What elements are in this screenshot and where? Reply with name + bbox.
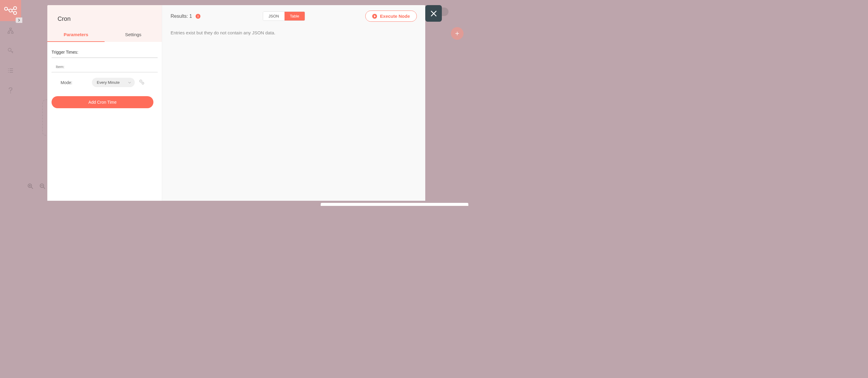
close-modal-button[interactable] (425, 5, 442, 22)
sidebar-item-help[interactable] (7, 87, 14, 94)
zoom-controls (26, 182, 47, 191)
tab-settings[interactable]: Settings (104, 28, 162, 42)
svg-point-1 (9, 9, 12, 12)
svg-rect-4 (10, 28, 11, 30)
sidebar-item-workflows[interactable] (7, 27, 14, 34)
tab-parameters[interactable]: Parameters (47, 28, 104, 42)
view-table-button[interactable]: Table (284, 12, 305, 21)
add-cron-time-button[interactable]: Add Cron Time (52, 96, 153, 108)
parameters-body: Trigger Times: Item: Mode: Every Minute (47, 42, 162, 113)
svg-point-0 (4, 7, 7, 10)
gears-icon (139, 79, 144, 85)
n8n-logo-icon (4, 6, 17, 15)
svg-point-8 (10, 93, 11, 93)
main-sidebar (0, 0, 21, 206)
info-icon: i (198, 14, 198, 18)
key-icon (7, 48, 13, 54)
parameter-options-button[interactable] (139, 79, 144, 86)
node-config-panel: Cron Parameters Settings Trigger Times: … (47, 5, 162, 201)
add-node-fab[interactable]: + (451, 27, 464, 40)
node-header: Cron Parameters Settings (47, 5, 162, 42)
sitemap-icon (7, 28, 13, 34)
sidebar-expand-button[interactable] (16, 18, 22, 23)
results-count-group: Results: 1 i (170, 13, 200, 19)
mode-field-row: Mode: Every Minute (52, 72, 158, 87)
svg-rect-5 (8, 32, 10, 33)
sidebar-item-credentials[interactable] (7, 47, 14, 54)
plus-icon: + (455, 29, 459, 38)
svg-point-2 (13, 7, 17, 10)
question-icon (8, 87, 13, 94)
view-toggle: JSON Table (263, 11, 305, 21)
close-icon (430, 10, 437, 17)
svg-rect-6 (11, 32, 13, 33)
mode-field-label: Mode: (61, 80, 88, 85)
zoom-out-button[interactable] (38, 182, 47, 191)
mode-select[interactable]: Every Minute (92, 78, 135, 87)
bottom-panel-fragment (321, 203, 468, 206)
execute-node-label: Execute Node (380, 13, 410, 19)
app-logo[interactable] (0, 0, 21, 21)
zoom-out-icon (39, 183, 45, 189)
chevron-down-icon (128, 82, 131, 84)
chevron-right-icon (18, 19, 21, 22)
node-title: Cron (47, 11, 162, 28)
svg-point-14 (143, 83, 143, 84)
sidebar-item-executions[interactable] (7, 67, 14, 74)
svg-point-12 (141, 81, 141, 81)
zoom-in-icon (27, 183, 33, 189)
results-info-button[interactable]: i (195, 14, 200, 19)
mode-select-value: Every Minute (97, 80, 120, 85)
item-label: Item: (52, 61, 158, 72)
view-json-button[interactable]: JSON (263, 12, 284, 21)
results-panel: Results: 1 i JSON Table Execute Node Ent… (162, 5, 425, 201)
execute-node-button[interactable]: Execute Node (365, 10, 417, 22)
results-header: Results: 1 i JSON Table Execute Node (170, 10, 417, 22)
zoom-in-button[interactable] (26, 182, 35, 191)
play-icon (372, 14, 377, 19)
list-icon (7, 68, 13, 73)
results-count-label: Results: 1 (170, 13, 192, 19)
svg-point-3 (13, 11, 17, 14)
trigger-times-label: Trigger Times: (52, 50, 158, 58)
node-modal: Cron Parameters Settings Trigger Times: … (47, 5, 425, 201)
results-empty-message: Entries exist but they do not contain an… (170, 30, 417, 35)
node-tabs: Parameters Settings (47, 28, 162, 42)
